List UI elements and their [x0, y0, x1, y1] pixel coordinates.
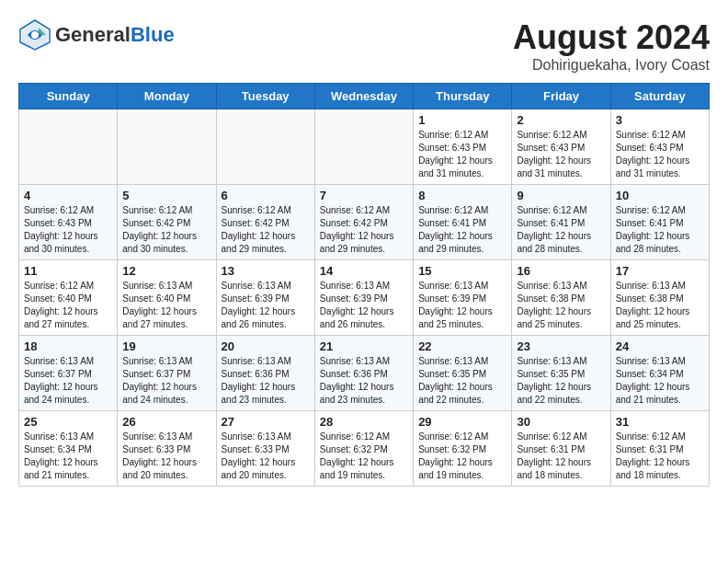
calendar-day-cell: 12Sunrise: 6:13 AM Sunset: 6:40 PM Dayli…	[118, 260, 216, 336]
day-info: Sunrise: 6:12 AM Sunset: 6:42 PM Dayligh…	[320, 204, 408, 256]
calendar-day-cell: 9Sunrise: 6:12 AM Sunset: 6:41 PM Daylig…	[512, 185, 610, 260]
day-number: 11	[24, 264, 112, 278]
calendar-day-cell: 17Sunrise: 6:13 AM Sunset: 6:38 PM Dayli…	[610, 260, 709, 336]
day-number: 4	[24, 189, 112, 202]
day-info: Sunrise: 6:13 AM Sunset: 6:38 PM Dayligh…	[616, 280, 704, 331]
calendar-day-cell: 3Sunrise: 6:12 AM Sunset: 6:43 PM Daylig…	[610, 109, 709, 185]
day-info: Sunrise: 6:12 AM Sunset: 6:42 PM Dayligh…	[122, 204, 210, 256]
day-number: 14	[320, 264, 408, 278]
day-number: 3	[616, 113, 704, 127]
calendar-day-cell: 6Sunrise: 6:12 AM Sunset: 6:42 PM Daylig…	[216, 185, 314, 260]
calendar-day-cell: 1Sunrise: 6:12 AM Sunset: 6:43 PM Daylig…	[414, 109, 512, 185]
calendar-day-cell: 2Sunrise: 6:12 AM Sunset: 6:43 PM Daylig…	[512, 109, 610, 185]
calendar-day-cell: 11Sunrise: 6:12 AM Sunset: 6:40 PM Dayli…	[19, 260, 118, 336]
day-number: 31	[616, 415, 704, 429]
day-info: Sunrise: 6:13 AM Sunset: 6:35 PM Dayligh…	[517, 355, 605, 407]
calendar-table: SundayMondayTuesdayWednesdayThursdayFrid…	[18, 83, 710, 487]
day-number: 16	[517, 264, 605, 278]
calendar-day-cell: 22Sunrise: 6:13 AM Sunset: 6:35 PM Dayli…	[414, 336, 512, 411]
day-info: Sunrise: 6:13 AM Sunset: 6:39 PM Dayligh…	[418, 280, 506, 331]
day-number: 23	[517, 339, 605, 353]
day-number: 26	[122, 415, 210, 429]
day-number: 15	[418, 264, 506, 278]
day-info: Sunrise: 6:12 AM Sunset: 6:41 PM Dayligh…	[418, 204, 506, 256]
day-info: Sunrise: 6:13 AM Sunset: 6:37 PM Dayligh…	[122, 355, 210, 407]
weekday-header: Wednesday	[314, 84, 413, 109]
weekday-header: Thursday	[414, 84, 512, 109]
weekday-header: Monday	[118, 84, 216, 109]
svg-point-3	[31, 31, 39, 39]
day-number: 6	[222, 189, 310, 202]
calendar-day-cell: 23Sunrise: 6:13 AM Sunset: 6:35 PM Dayli…	[512, 336, 610, 411]
day-info: Sunrise: 6:13 AM Sunset: 6:35 PM Dayligh…	[418, 355, 506, 407]
day-number: 17	[616, 264, 704, 278]
day-info: Sunrise: 6:13 AM Sunset: 6:34 PM Dayligh…	[24, 431, 112, 482]
title-area: August 2024 Dohiriguekaha, Ivory Coast	[513, 18, 710, 74]
calendar-day-cell: 13Sunrise: 6:13 AM Sunset: 6:39 PM Dayli…	[216, 260, 314, 336]
calendar-day-cell: 15Sunrise: 6:13 AM Sunset: 6:39 PM Dayli…	[414, 260, 512, 336]
day-info: Sunrise: 6:12 AM Sunset: 6:41 PM Dayligh…	[517, 204, 605, 256]
day-info: Sunrise: 6:12 AM Sunset: 6:31 PM Dayligh…	[517, 431, 605, 482]
weekday-header: Friday	[512, 84, 610, 109]
day-number: 12	[122, 264, 210, 278]
day-info: Sunrise: 6:12 AM Sunset: 6:43 PM Dayligh…	[616, 129, 704, 180]
day-info: Sunrise: 6:13 AM Sunset: 6:36 PM Dayligh…	[320, 355, 408, 407]
calendar-day-cell	[216, 109, 314, 185]
day-number: 30	[517, 415, 605, 429]
weekday-header-row: SundayMondayTuesdayWednesdayThursdayFrid…	[19, 84, 710, 109]
calendar-week-row: 18Sunrise: 6:13 AM Sunset: 6:37 PM Dayli…	[19, 336, 710, 411]
calendar-week-row: 25Sunrise: 6:13 AM Sunset: 6:34 PM Dayli…	[19, 411, 710, 487]
calendar-day-cell: 26Sunrise: 6:13 AM Sunset: 6:33 PM Dayli…	[118, 411, 216, 487]
day-info: Sunrise: 6:12 AM Sunset: 6:40 PM Dayligh…	[24, 280, 112, 331]
day-number: 22	[418, 339, 506, 353]
day-info: Sunrise: 6:13 AM Sunset: 6:40 PM Dayligh…	[122, 280, 210, 331]
day-info: Sunrise: 6:12 AM Sunset: 6:32 PM Dayligh…	[418, 431, 506, 482]
day-number: 1	[418, 113, 506, 127]
calendar-day-cell	[19, 109, 118, 185]
day-number: 20	[222, 339, 310, 353]
day-info: Sunrise: 6:12 AM Sunset: 6:32 PM Dayligh…	[320, 431, 408, 482]
calendar-week-row: 1Sunrise: 6:12 AM Sunset: 6:43 PM Daylig…	[19, 109, 710, 185]
day-number: 13	[222, 264, 310, 278]
weekday-header: Tuesday	[216, 84, 314, 109]
day-info: Sunrise: 6:13 AM Sunset: 6:37 PM Dayligh…	[24, 355, 112, 407]
calendar-day-cell: 29Sunrise: 6:12 AM Sunset: 6:32 PM Dayli…	[414, 411, 512, 487]
calendar-day-cell: 27Sunrise: 6:13 AM Sunset: 6:33 PM Dayli…	[216, 411, 314, 487]
logo: GeneralBlue	[18, 18, 175, 52]
day-info: Sunrise: 6:13 AM Sunset: 6:39 PM Dayligh…	[320, 280, 408, 331]
calendar-day-cell: 30Sunrise: 6:12 AM Sunset: 6:31 PM Dayli…	[512, 411, 610, 487]
logo-general-text: General	[55, 23, 131, 46]
calendar-week-row: 11Sunrise: 6:12 AM Sunset: 6:40 PM Dayli…	[19, 260, 710, 336]
calendar-day-cell	[314, 109, 413, 185]
calendar-day-cell: 8Sunrise: 6:12 AM Sunset: 6:41 PM Daylig…	[414, 185, 512, 260]
calendar-day-cell: 14Sunrise: 6:13 AM Sunset: 6:39 PM Dayli…	[314, 260, 413, 336]
day-info: Sunrise: 6:13 AM Sunset: 6:38 PM Dayligh…	[517, 280, 605, 331]
day-number: 5	[122, 189, 210, 202]
calendar-day-cell: 19Sunrise: 6:13 AM Sunset: 6:37 PM Dayli…	[118, 336, 216, 411]
logo-blue-text: Blue	[131, 23, 175, 46]
day-number: 2	[517, 113, 605, 127]
calendar-day-cell: 24Sunrise: 6:13 AM Sunset: 6:34 PM Dayli…	[610, 336, 709, 411]
day-number: 9	[517, 189, 605, 202]
calendar-title: August 2024	[513, 18, 710, 57]
calendar-day-cell: 7Sunrise: 6:12 AM Sunset: 6:42 PM Daylig…	[314, 185, 413, 260]
calendar-subtitle: Dohiriguekaha, Ivory Coast	[513, 57, 710, 74]
page-header: GeneralBlue August 2024 Dohiriguekaha, I…	[18, 18, 710, 74]
day-info: Sunrise: 6:13 AM Sunset: 6:39 PM Dayligh…	[222, 280, 310, 331]
day-info: Sunrise: 6:13 AM Sunset: 6:36 PM Dayligh…	[222, 355, 310, 407]
day-info: Sunrise: 6:12 AM Sunset: 6:43 PM Dayligh…	[517, 129, 605, 180]
calendar-day-cell: 25Sunrise: 6:13 AM Sunset: 6:34 PM Dayli…	[19, 411, 118, 487]
day-number: 28	[320, 415, 408, 429]
day-number: 7	[320, 189, 408, 202]
calendar-day-cell: 18Sunrise: 6:13 AM Sunset: 6:37 PM Dayli…	[19, 336, 118, 411]
calendar-week-row: 4Sunrise: 6:12 AM Sunset: 6:43 PM Daylig…	[19, 185, 710, 260]
day-info: Sunrise: 6:12 AM Sunset: 6:41 PM Dayligh…	[616, 204, 704, 256]
logo-icon	[18, 18, 51, 52]
day-number: 19	[122, 339, 210, 353]
day-info: Sunrise: 6:13 AM Sunset: 6:33 PM Dayligh…	[122, 431, 210, 482]
day-number: 8	[418, 189, 506, 202]
calendar-day-cell: 10Sunrise: 6:12 AM Sunset: 6:41 PM Dayli…	[610, 185, 709, 260]
day-info: Sunrise: 6:12 AM Sunset: 6:43 PM Dayligh…	[418, 129, 506, 180]
day-number: 10	[616, 189, 704, 202]
calendar-day-cell: 5Sunrise: 6:12 AM Sunset: 6:42 PM Daylig…	[118, 185, 216, 260]
